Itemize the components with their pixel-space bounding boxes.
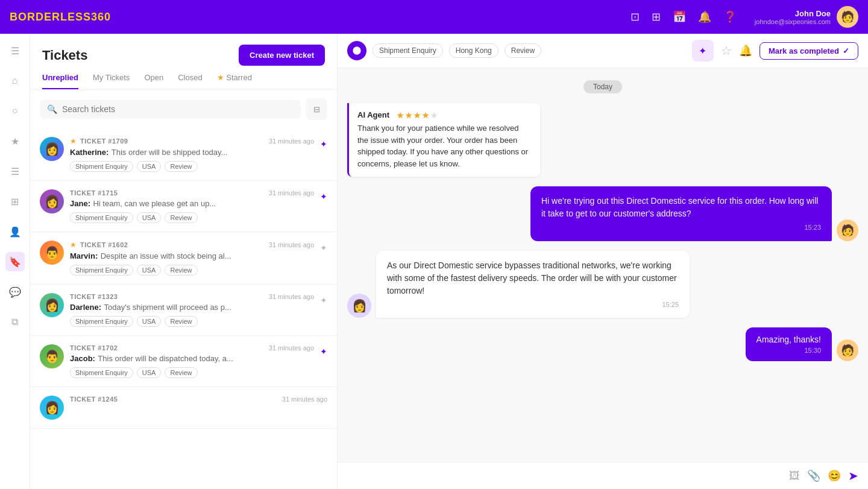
message-time: 15:23: [541, 222, 821, 233]
sidebar-menu-icon[interactable]: ☰: [5, 41, 25, 60]
create-ticket-button[interactable]: Create new ticket: [239, 45, 325, 66]
sidebar-home-icon[interactable]: ⌂: [5, 71, 25, 90]
filter-button[interactable]: ⊟: [306, 98, 327, 120]
sparkle-icon: ✦: [699, 45, 706, 57]
ticket-time: 31 minutes ago: [269, 241, 314, 248]
user-profile[interactable]: John Doe johndoe@sixpeonies.com 🧑: [755, 6, 858, 28]
ticket-tags: Shipment Enquiry USA Review: [70, 316, 314, 327]
message-time: 15:30: [756, 347, 821, 354]
tab-open[interactable]: Open: [144, 73, 163, 89]
chat-input[interactable]: [347, 471, 782, 481]
avatar: 👩: [40, 293, 64, 317]
user-info: John Doe johndoe@sixpeonies.com: [755, 9, 831, 25]
list-item[interactable]: 👨 ★ TICKET #1602 31 minutes ago Marvin: …: [30, 232, 337, 285]
list-item[interactable]: 👩 ★ TICKET #1709 31 minutes ago Katherin…: [30, 128, 337, 181]
tabs: Unreplied My Tickets Open Closed ★ Starr…: [30, 66, 337, 90]
ticket-number: TICKET #1715: [70, 189, 118, 197]
complete-btn-label: Mark as completed: [769, 46, 839, 55]
emoji-button[interactable]: 😊: [828, 469, 841, 482]
monitor-icon[interactable]: ⊡: [631, 10, 640, 24]
sidebar-layers-icon[interactable]: ⧉: [5, 312, 25, 332]
list-item[interactable]: 👩 TICKET #1245 31 minutes ago: [30, 387, 337, 429]
list-item[interactable]: 👩 TICKET #1715 31 minutes ago Jane: Hi t…: [30, 181, 337, 232]
tab-my-tickets[interactable]: My Tickets: [93, 73, 130, 89]
ticket-content: TICKET #1323 31 minutes ago Darlene: Tod…: [70, 293, 314, 327]
ticket-time: 31 minutes ago: [269, 344, 314, 352]
user-name: John Doe: [755, 9, 831, 18]
list-item[interactable]: 👨 TICKET #1702 31 minutes ago Jacob: Thi…: [30, 336, 337, 387]
ai-sparkle-icon[interactable]: ✦: [320, 137, 327, 149]
list-item[interactable]: 👩 TICKET #1323 31 minutes ago Darlene: T…: [30, 285, 337, 336]
avatar: 🧑: [837, 339, 858, 361]
chat-bot-icon: [347, 41, 366, 60]
nav-icons: ⊡ ⊞ 📅 🔔 ❓ John Doe johndoe@sixpeonies.co…: [631, 6, 858, 28]
search-input[interactable]: [62, 104, 294, 114]
ticket-preview: Jacob: This order will be dispatched tod…: [70, 353, 314, 364]
ai-agent-message: AI Agent ★ ★ ★ ★ ★ Thank you for your pa…: [347, 103, 540, 177]
outgoing-message-2: Amazing, thanks! 15:30 🧑: [347, 327, 858, 361]
ticket-content: ★ TICKET #1709 31 minutes ago Katherine:…: [70, 137, 314, 172]
mark-complete-button[interactable]: Mark as completed ✓: [760, 42, 858, 60]
outgoing-message-1: Hi we're trying out this Direct Domestic…: [347, 186, 858, 241]
message-time: 15:25: [387, 300, 679, 310]
ticket-time: 31 minutes ago: [282, 396, 327, 403]
sidebar-doc-icon[interactable]: ☰: [5, 162, 25, 181]
ticket-tags: Shipment Enquiry USA Review: [70, 212, 314, 223]
ticket-tags: Shipment Enquiry USA Review: [70, 265, 314, 276]
star-icon: ★: [70, 137, 77, 145]
tag: USA: [137, 212, 162, 223]
chat-header: Shipment Enquiry Hong Kong Review ✦ ☆ 🔔 …: [338, 34, 868, 68]
sidebar-person-icon[interactable]: 👤: [5, 222, 25, 241]
search-bar: 🔍 ⊟: [30, 90, 337, 128]
ticket-tags: Shipment Enquiry USA Review: [70, 367, 314, 378]
ticket-number: TICKET #1602: [80, 241, 128, 248]
send-button[interactable]: ➤: [848, 468, 858, 483]
tag-hongkong[interactable]: Hong Kong: [449, 43, 498, 58]
tag: Review: [165, 161, 197, 172]
tag: Review: [165, 212, 197, 223]
tab-closed[interactable]: Closed: [178, 73, 202, 89]
avatar: 🧑: [837, 219, 858, 241]
sidebar: ☰ ⌂ ○ ★ ☰ ⊞ 👤 🔖 💬 ⧉: [0, 34, 30, 489]
message-bubble: Hi we're trying out this Direct Domestic…: [530, 186, 832, 241]
ticket-preview: Darlene: Today's shipment will proceed a…: [70, 301, 314, 312]
table-icon[interactable]: ⊞: [652, 10, 661, 24]
sidebar-chat-icon[interactable]: 💬: [5, 282, 25, 301]
notification-button[interactable]: 🔔: [739, 44, 752, 57]
ticket-list: 👩 ★ TICKET #1709 31 minutes ago Katherin…: [30, 128, 337, 489]
paperclip-button[interactable]: 📎: [807, 469, 820, 482]
ai-sparkle-button[interactable]: ✦: [692, 40, 714, 62]
sidebar-star-icon[interactable]: ★: [5, 131, 25, 151]
tag: USA: [137, 161, 162, 172]
chat-messages: Today AI Agent ★ ★ ★ ★ ★: [338, 68, 868, 462]
ticket-time: 31 minutes ago: [269, 137, 314, 145]
avatar[interactable]: 🧑: [837, 6, 858, 28]
ticket-preview: Katherine: This order will be shipped to…: [70, 147, 314, 157]
ticket-number: TICKET #1702: [70, 344, 118, 352]
bell-nav-icon[interactable]: 🔔: [698, 10, 711, 24]
ai-sparkle-icon[interactable]: ✦: [320, 344, 327, 356]
image-attach-button[interactable]: 🖼: [789, 470, 800, 482]
chat-input-bar: 🖼 📎 😊 ➤: [338, 462, 868, 489]
ticket-number: TICKET #1323: [70, 293, 118, 300]
tag: USA: [137, 265, 162, 276]
sparkle-icon[interactable]: ✦: [320, 293, 327, 305]
tab-unreplied[interactable]: Unreplied: [42, 73, 78, 89]
help-icon[interactable]: ❓: [723, 10, 737, 24]
sidebar-globe-icon[interactable]: ○: [5, 101, 25, 121]
star-button[interactable]: ☆: [721, 43, 732, 58]
tab-starred[interactable]: ★ Starred: [217, 73, 252, 89]
ai-message-text: Thank you for your patience while we res…: [357, 122, 532, 169]
tag-shipment[interactable]: Shipment Enquiry: [373, 43, 443, 58]
sparkle-icon[interactable]: ✦: [320, 241, 327, 253]
brand-logo[interactable]: BORDERLESS360: [10, 11, 111, 24]
avatar: 👩: [40, 137, 64, 161]
tag: Review: [165, 316, 197, 327]
sidebar-grid-icon[interactable]: ⊞: [5, 192, 25, 211]
tag-review[interactable]: Review: [505, 43, 541, 58]
avatar: 👨: [40, 344, 64, 368]
tickets-panel: Tickets Create new ticket Unreplied My T…: [30, 34, 338, 489]
sidebar-ticket-icon[interactable]: 🔖: [5, 252, 25, 271]
calendar-icon[interactable]: 📅: [673, 10, 686, 24]
ai-sparkle-icon[interactable]: ✦: [320, 189, 327, 201]
